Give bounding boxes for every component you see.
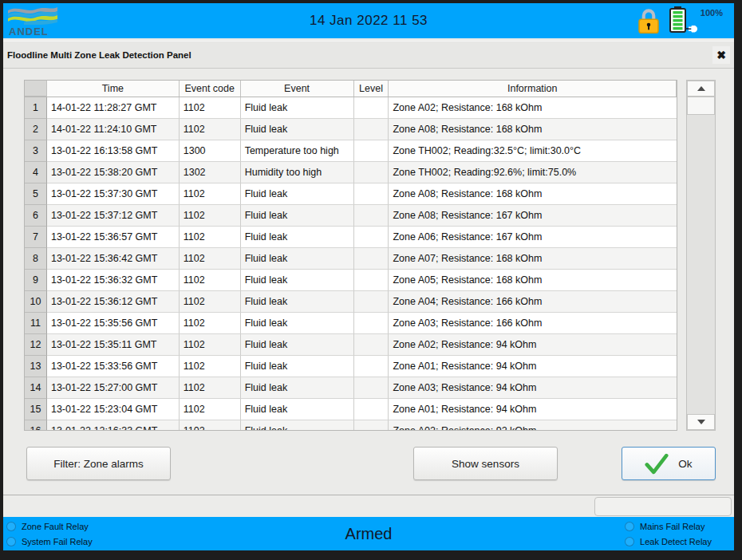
row-number-cell: 5 [25, 183, 47, 205]
event-code-cell: 1102 [180, 313, 241, 334]
event-code-cell: 1102 [180, 291, 241, 313]
mains-fail-relay: Mains Fail Relay [625, 520, 712, 532]
table-row[interactable]: 5 13-01-22 15:37:30 GMT 1102 Fluid leak … [25, 183, 677, 205]
event-code-cell: 1102 [180, 183, 241, 205]
arrow-up-icon [697, 86, 705, 91]
lock-icon[interactable] [637, 8, 661, 34]
battery-charging-icon [667, 6, 702, 37]
level-cell [354, 334, 389, 356]
information-cell: Zone A03; Resistance: 94 kOhm [389, 377, 677, 399]
time-cell: 13-01-22 15:37:12 GMT [47, 205, 180, 227]
table-row[interactable]: 12 13-01-22 15:35:11 GMT 1102 Fluid leak… [25, 334, 677, 356]
battery-indicator: 100% [667, 6, 723, 37]
level-cell [354, 119, 389, 140]
close-icon: ✖ [716, 49, 726, 61]
information-cell: Zone A08; Resistance: 167 kOhm [389, 205, 677, 227]
header-level: Level [354, 81, 389, 97]
panel-screen: ANDEL 14 Jan 2022 11 53 [3, 3, 734, 550]
event-code-cell: 1102 [180, 205, 241, 227]
level-cell [354, 248, 389, 270]
event-code-cell: 1102 [180, 248, 241, 270]
time-cell: 13-01-22 12:16:33 GMT [47, 420, 180, 430]
table-scrollbar[interactable] [686, 80, 716, 431]
lower-strip [3, 496, 734, 517]
table-row[interactable]: 8 13-01-22 15:36:42 GMT 1102 Fluid leak … [25, 248, 677, 270]
row-number-cell: 13 [25, 356, 47, 377]
filter-button-label: Filter: Zone alarms [53, 458, 144, 470]
information-cell: Zone A02; Resistance: 92 kOhm [389, 420, 677, 430]
event-cell: Fluid leak [241, 119, 354, 140]
table-row[interactable]: 6 13-01-22 15:37:12 GMT 1102 Fluid leak … [25, 205, 677, 227]
table-row[interactable]: 4 13-01-22 15:38:20 GMT 1302 Humidity to… [25, 162, 677, 183]
scroll-down-button[interactable] [687, 414, 715, 430]
row-number-cell: 9 [25, 270, 47, 291]
event-code-cell: 1102 [180, 97, 241, 119]
table-header-row: Time Event code Event Level Information [25, 81, 677, 97]
ok-button[interactable]: Ok [622, 447, 716, 480]
table-body: 1 14-01-22 11:28:27 GMT 1102 Fluid leak … [25, 97, 677, 430]
table-row[interactable]: 3 13-01-22 16:13:58 GMT 1300 Temperature… [25, 140, 677, 162]
event-code-cell: 1300 [180, 140, 241, 162]
information-cell: Zone A03; Resistance: 166 kOhm [389, 313, 677, 334]
event-cell: Fluid leak [241, 227, 354, 248]
event-cell: Fluid leak [241, 356, 354, 377]
table-row[interactable]: 2 14-01-22 11:24:10 GMT 1102 Fluid leak … [25, 119, 677, 140]
row-number-cell: 16 [25, 420, 47, 430]
event-cell: Fluid leak [241, 205, 354, 227]
header-index [25, 81, 47, 97]
level-cell [354, 97, 389, 119]
dialog-titlebar: Floodline Multi Zone Leak Detection Pane… [3, 41, 734, 69]
event-cell: Fluid leak [241, 291, 354, 313]
information-cell: Zone A08; Resistance: 168 kOhm [389, 183, 677, 205]
row-number-cell: 6 [25, 205, 47, 227]
level-cell [354, 227, 389, 248]
row-number-cell: 2 [25, 119, 47, 140]
table-row[interactable]: 7 13-01-22 15:36:57 GMT 1102 Fluid leak … [25, 227, 677, 248]
header-time: Time [47, 81, 180, 97]
show-sensors-button[interactable]: Show sensors [413, 447, 558, 480]
header-information: Information [389, 81, 677, 97]
information-cell: Zone TH002; Reading:92.6%; limit:75.0% [389, 162, 677, 183]
level-cell [354, 291, 389, 313]
information-cell: Zone A06; Resistance: 167 kOhm [389, 227, 677, 248]
row-number-cell: 3 [25, 140, 47, 162]
filter-zone-alarms-button[interactable]: Filter: Zone alarms [26, 447, 171, 480]
datetime-display: 14 Jan 2022 11 53 [3, 3, 734, 38]
time-cell: 13-01-22 15:35:11 GMT [47, 334, 180, 356]
dialog-title: Floodline Multi Zone Leak Detection Pane… [7, 41, 191, 69]
close-button[interactable]: ✖ [712, 46, 730, 64]
table-row[interactable]: 10 13-01-22 15:36:12 GMT 1102 Fluid leak… [25, 291, 677, 313]
arrow-down-icon [697, 420, 705, 424]
time-cell: 13-01-22 15:33:56 GMT [47, 356, 180, 377]
time-cell: 13-01-22 15:37:30 GMT [47, 183, 180, 205]
battery-percent-label: 100% [701, 8, 723, 18]
event-cell: Humidity too high [241, 162, 354, 183]
table-row[interactable]: 16 13-01-22 12:16:33 GMT 1102 Fluid leak… [25, 420, 677, 430]
table-row[interactable]: 9 13-01-22 15:36:32 GMT 1102 Fluid leak … [25, 270, 677, 291]
table-row[interactable]: 15 13-01-22 15:23:04 GMT 1102 Fluid leak… [25, 399, 677, 420]
table-row[interactable]: 1 14-01-22 11:28:27 GMT 1102 Fluid leak … [25, 97, 677, 119]
time-cell: 13-01-22 15:38:20 GMT [47, 162, 180, 183]
scrollbar-thumb[interactable] [687, 97, 715, 115]
row-number-cell: 11 [25, 313, 47, 334]
row-number-cell: 4 [25, 162, 47, 183]
header-event-code: Event code [180, 81, 241, 97]
event-cell: Fluid leak [241, 183, 354, 205]
event-code-cell: 1102 [180, 356, 241, 377]
table-row[interactable]: 13 13-01-22 15:33:56 GMT 1102 Fluid leak… [25, 356, 677, 377]
led-indicator-icon [625, 537, 634, 546]
event-code-cell: 1102 [180, 377, 241, 399]
event-code-cell: 1102 [180, 399, 241, 420]
scroll-up-button[interactable] [687, 81, 715, 97]
event-code-cell: 1102 [180, 227, 241, 248]
time-cell: 13-01-22 15:23:04 GMT [47, 399, 180, 420]
relay-group-right: Mains Fail Relay Leak Detect Relay [625, 520, 712, 547]
table-row[interactable]: 11 13-01-22 15:35:56 GMT 1102 Fluid leak… [25, 313, 677, 334]
level-cell [354, 313, 389, 334]
table-row[interactable]: 14 13-01-22 15:27:00 GMT 1102 Fluid leak… [25, 377, 677, 399]
time-cell: 13-01-22 15:36:57 GMT [47, 227, 180, 248]
information-cell: Zone A01; Resistance: 94 kOhm [389, 399, 677, 420]
event-cell: Fluid leak [241, 334, 354, 356]
partial-panel [594, 497, 732, 516]
show-sensors-label: Show sensors [452, 458, 519, 470]
